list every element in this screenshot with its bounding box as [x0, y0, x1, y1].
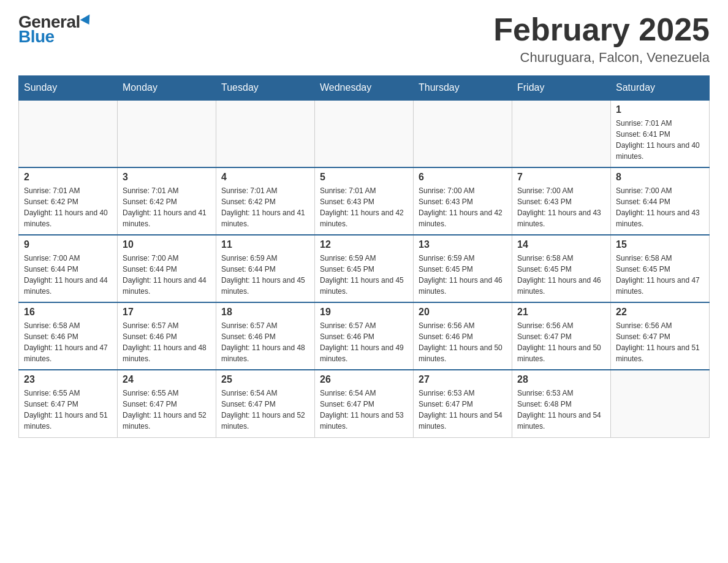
day-number: 15 — [616, 239, 704, 250]
day-info: Sunrise: 6:55 AMSunset: 6:47 PMDaylight:… — [24, 388, 112, 432]
calendar-cell: 28Sunrise: 6:53 AMSunset: 6:48 PMDayligh… — [512, 370, 611, 437]
calendar-cell: 19Sunrise: 6:57 AMSunset: 6:46 PMDayligh… — [315, 302, 414, 370]
title-area: February 2025 Churuguara, Falcon, Venezu… — [493, 12, 710, 66]
day-info: Sunrise: 6:53 AMSunset: 6:48 PMDaylight:… — [517, 388, 605, 432]
day-number: 18 — [221, 307, 309, 318]
calendar-cell: 23Sunrise: 6:55 AMSunset: 6:47 PMDayligh… — [19, 370, 118, 437]
day-info: Sunrise: 6:57 AMSunset: 6:46 PMDaylight:… — [320, 320, 408, 364]
week-row-2: 2Sunrise: 7:01 AMSunset: 6:42 PMDaylight… — [19, 167, 710, 235]
logo-arrow-icon — [80, 14, 94, 27]
day-info: Sunrise: 7:01 AMSunset: 6:42 PMDaylight:… — [123, 185, 211, 229]
day-info: Sunrise: 7:01 AMSunset: 6:41 PMDaylight:… — [616, 118, 704, 162]
day-info: Sunrise: 7:00 AMSunset: 6:43 PMDaylight:… — [419, 185, 507, 229]
calendar-cell: 24Sunrise: 6:55 AMSunset: 6:47 PMDayligh… — [118, 370, 216, 437]
calendar-cell: 10Sunrise: 7:00 AMSunset: 6:44 PMDayligh… — [118, 235, 216, 302]
calendar-cell: 1Sunrise: 7:01 AMSunset: 6:41 PMDaylight… — [611, 100, 710, 167]
location-title: Churuguara, Falcon, Venezuela — [493, 50, 710, 66]
day-number: 20 — [419, 307, 507, 318]
day-number: 14 — [517, 239, 605, 250]
week-row-1: 1Sunrise: 7:01 AMSunset: 6:41 PMDaylight… — [19, 100, 710, 167]
day-info: Sunrise: 7:01 AMSunset: 6:42 PMDaylight:… — [221, 185, 309, 229]
day-info: Sunrise: 6:58 AMSunset: 6:46 PMDaylight:… — [24, 320, 112, 364]
day-number: 4 — [221, 172, 309, 183]
day-info: Sunrise: 6:59 AMSunset: 6:44 PMDaylight:… — [221, 253, 309, 297]
calendar-cell — [19, 100, 118, 167]
day-info: Sunrise: 6:56 AMSunset: 6:46 PMDaylight:… — [419, 320, 507, 364]
calendar-table: SundayMondayTuesdayWednesdayThursdayFrid… — [18, 75, 710, 438]
calendar-cell: 26Sunrise: 6:54 AMSunset: 6:47 PMDayligh… — [315, 370, 414, 437]
calendar-cell — [118, 100, 216, 167]
day-number: 13 — [419, 239, 507, 250]
week-row-3: 9Sunrise: 7:00 AMSunset: 6:44 PMDaylight… — [19, 235, 710, 302]
day-number: 21 — [517, 307, 605, 318]
calendar-cell: 20Sunrise: 6:56 AMSunset: 6:46 PMDayligh… — [414, 302, 512, 370]
calendar-cell: 9Sunrise: 7:00 AMSunset: 6:44 PMDaylight… — [19, 235, 118, 302]
month-title: February 2025 — [493, 12, 710, 47]
day-number: 22 — [616, 307, 704, 318]
day-number: 3 — [123, 172, 211, 183]
day-number: 9 — [24, 239, 112, 250]
calendar-cell: 17Sunrise: 6:57 AMSunset: 6:46 PMDayligh… — [118, 302, 216, 370]
day-number: 25 — [221, 374, 309, 385]
day-number: 23 — [24, 374, 112, 385]
day-info: Sunrise: 7:00 AMSunset: 6:44 PMDaylight:… — [24, 253, 112, 297]
calendar-cell: 4Sunrise: 7:01 AMSunset: 6:42 PMDaylight… — [216, 167, 315, 235]
day-number: 17 — [123, 307, 211, 318]
day-info: Sunrise: 6:58 AMSunset: 6:45 PMDaylight:… — [616, 253, 704, 297]
calendar-cell: 16Sunrise: 6:58 AMSunset: 6:46 PMDayligh… — [19, 302, 118, 370]
day-number: 1 — [616, 104, 704, 115]
page-header: General Blue February 2025 Churuguara, F… — [18, 12, 710, 66]
day-info: Sunrise: 6:59 AMSunset: 6:45 PMDaylight:… — [419, 253, 507, 297]
logo: General Blue — [18, 12, 93, 47]
calendar-header-monday: Monday — [118, 76, 216, 101]
calendar-cell: 7Sunrise: 7:00 AMSunset: 6:43 PMDaylight… — [512, 167, 611, 235]
day-number: 10 — [123, 239, 211, 250]
calendar-cell: 5Sunrise: 7:01 AMSunset: 6:43 PMDaylight… — [315, 167, 414, 235]
calendar-cell: 2Sunrise: 7:01 AMSunset: 6:42 PMDaylight… — [19, 167, 118, 235]
week-row-5: 23Sunrise: 6:55 AMSunset: 6:47 PMDayligh… — [19, 370, 710, 437]
day-number: 27 — [419, 374, 507, 385]
day-number: 6 — [419, 172, 507, 183]
day-info: Sunrise: 6:56 AMSunset: 6:47 PMDaylight:… — [616, 320, 704, 364]
calendar-cell — [512, 100, 611, 167]
day-info: Sunrise: 6:53 AMSunset: 6:47 PMDaylight:… — [419, 388, 507, 432]
calendar-cell — [611, 370, 710, 437]
day-number: 16 — [24, 307, 112, 318]
calendar-cell — [315, 100, 414, 167]
calendar-cell — [216, 100, 315, 167]
calendar-cell: 27Sunrise: 6:53 AMSunset: 6:47 PMDayligh… — [414, 370, 512, 437]
calendar-cell: 13Sunrise: 6:59 AMSunset: 6:45 PMDayligh… — [414, 235, 512, 302]
calendar-header-sunday: Sunday — [19, 76, 118, 101]
day-info: Sunrise: 6:57 AMSunset: 6:46 PMDaylight:… — [221, 320, 309, 364]
day-number: 24 — [123, 374, 211, 385]
calendar-header-friday: Friday — [512, 76, 611, 101]
day-info: Sunrise: 6:54 AMSunset: 6:47 PMDaylight:… — [221, 388, 309, 432]
day-info: Sunrise: 6:54 AMSunset: 6:47 PMDaylight:… — [320, 388, 408, 432]
calendar-cell: 12Sunrise: 6:59 AMSunset: 6:45 PMDayligh… — [315, 235, 414, 302]
day-number: 8 — [616, 172, 704, 183]
day-info: Sunrise: 7:01 AMSunset: 6:43 PMDaylight:… — [320, 185, 408, 229]
calendar-cell: 11Sunrise: 6:59 AMSunset: 6:44 PMDayligh… — [216, 235, 315, 302]
calendar-cell: 25Sunrise: 6:54 AMSunset: 6:47 PMDayligh… — [216, 370, 315, 437]
day-info: Sunrise: 6:58 AMSunset: 6:45 PMDaylight:… — [517, 253, 605, 297]
calendar-header-saturday: Saturday — [611, 76, 710, 101]
day-info: Sunrise: 7:00 AMSunset: 6:44 PMDaylight:… — [123, 253, 211, 297]
day-number: 2 — [24, 172, 112, 183]
calendar-header-thursday: Thursday — [414, 76, 512, 101]
day-info: Sunrise: 6:56 AMSunset: 6:47 PMDaylight:… — [517, 320, 605, 364]
day-info: Sunrise: 6:55 AMSunset: 6:47 PMDaylight:… — [123, 388, 211, 432]
calendar-cell: 21Sunrise: 6:56 AMSunset: 6:47 PMDayligh… — [512, 302, 611, 370]
day-number: 7 — [517, 172, 605, 183]
day-number: 5 — [320, 172, 408, 183]
day-info: Sunrise: 7:01 AMSunset: 6:42 PMDaylight:… — [24, 185, 112, 229]
calendar-cell: 6Sunrise: 7:00 AMSunset: 6:43 PMDaylight… — [414, 167, 512, 235]
day-number: 11 — [221, 239, 309, 250]
calendar-header-row: SundayMondayTuesdayWednesdayThursdayFrid… — [19, 76, 710, 101]
day-info: Sunrise: 6:59 AMSunset: 6:45 PMDaylight:… — [320, 253, 408, 297]
logo-blue-text: Blue — [18, 27, 55, 47]
calendar-header-wednesday: Wednesday — [315, 76, 414, 101]
day-number: 19 — [320, 307, 408, 318]
day-info: Sunrise: 7:00 AMSunset: 6:44 PMDaylight:… — [616, 185, 704, 229]
day-info: Sunrise: 7:00 AMSunset: 6:43 PMDaylight:… — [517, 185, 605, 229]
day-number: 12 — [320, 239, 408, 250]
